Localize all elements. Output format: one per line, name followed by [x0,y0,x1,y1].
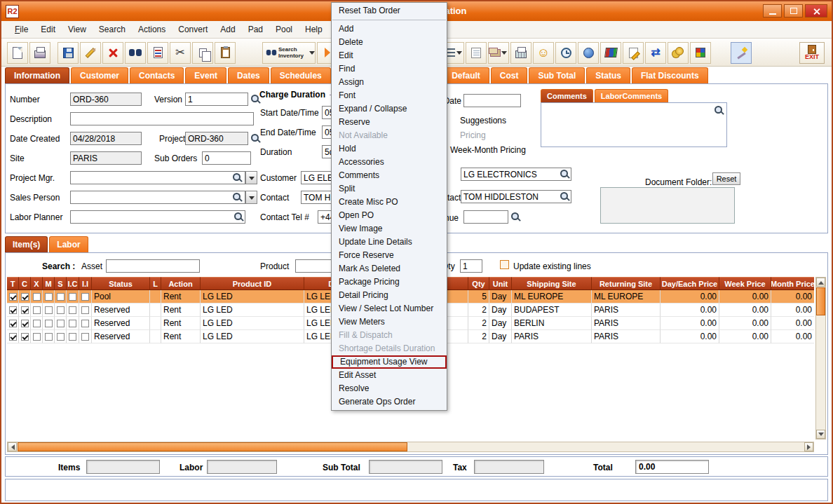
context-menu-item-generate-ops-order[interactable]: Generate Ops Order [332,395,447,409]
checkbox[interactable] [9,293,17,301]
cell-check-m[interactable] [43,317,55,330]
tab-items[interactable]: Item(s) [5,236,48,252]
cell-check-i-i[interactable] [79,317,92,330]
context-menu-item-reset-tab-order[interactable]: Reset Tab Order [332,4,447,18]
delete-button[interactable] [102,42,123,64]
financials-button[interactable] [668,42,689,64]
checkbox[interactable] [33,320,41,327]
context-menu-item-update-line-details[interactable]: Update Line Details [332,236,447,249]
reports-button[interactable] [600,42,621,64]
checkbox[interactable] [69,320,76,327]
paste-button[interactable] [215,42,236,64]
checkbox[interactable] [21,293,29,301]
column-header-status[interactable]: Status [92,277,150,290]
tab-flat-discounts[interactable]: Flat Discounts [632,67,708,83]
context-menu-item-find[interactable]: Find [332,62,447,76]
context-menu-item-detail-pricing[interactable]: Detail Pricing [332,289,447,302]
checkbox[interactable] [45,293,53,301]
cards-button[interactable] [488,42,509,64]
scroll-down-icon[interactable] [816,430,825,439]
week-month-pricing-option[interactable]: Week-Month Pricing [450,145,526,155]
cut-button[interactable] [170,42,191,64]
tab-default[interactable]: Default [442,67,489,83]
tab-contacts[interactable]: Contacts [130,67,184,83]
notes-button[interactable] [466,42,487,64]
comments-textarea[interactable] [541,102,727,147]
modules-button[interactable] [690,42,711,64]
tab-status[interactable]: Status [586,67,630,83]
new-button[interactable] [7,42,28,64]
date-created-field[interactable]: 04/28/2018 [70,132,142,145]
cell-check-i-c[interactable] [67,317,79,330]
due-date-field[interactable] [463,94,521,107]
checkbox[interactable] [57,320,65,327]
project-mgr-field[interactable] [70,171,245,184]
checkbox[interactable] [9,333,17,341]
column-header-t[interactable]: T [7,277,19,290]
minimize-button[interactable] [763,4,782,18]
checkbox[interactable] [21,306,29,314]
context-menu-item-edit-asset[interactable]: Edit Asset [332,369,447,382]
suggestions-option[interactable]: Suggestions [460,116,506,125]
tab-comments[interactable]: Comments [541,89,593,102]
checkbox[interactable] [21,333,29,341]
context-menu-item-mark-as-deleted[interactable]: Mark As Deleted [332,262,447,275]
context-menu-item-split[interactable]: Split [332,182,447,196]
column-header-c[interactable]: C [19,277,31,290]
cell-check-s[interactable] [55,304,67,317]
venue-search-icon[interactable] [510,211,521,223]
qty-input[interactable]: 1 [460,259,482,273]
column-header-shipping-site[interactable]: Shipping Site [512,277,592,290]
comments-search-icon[interactable] [713,104,724,116]
menu-pad[interactable]: Pad [242,22,269,36]
context-menu-item-assign[interactable]: Assign [332,76,447,89]
transfer-button[interactable] [645,42,666,64]
history-button[interactable] [555,42,576,64]
asset-search-input[interactable] [106,259,200,273]
tab-customer[interactable]: Customer [71,67,128,83]
context-menu-item-expand-collapse[interactable]: Expand / Collapse [332,102,447,116]
column-header-qty[interactable]: Qty [468,277,489,290]
context-menu-item-resolve[interactable]: Resolve [332,382,447,395]
scroll-up-icon[interactable] [816,278,825,287]
checkbox[interactable] [69,333,76,341]
column-header-i-i[interactable]: I.I [79,277,92,290]
cell-check-c[interactable] [19,304,31,317]
cell-check-c[interactable] [19,330,31,343]
labor-planner-field[interactable] [70,210,245,224]
cell-check-x[interactable] [31,290,43,304]
vertical-scrollbar[interactable] [815,277,826,440]
context-menu-item-font[interactable]: Font [332,89,447,102]
project-mgr-search-icon[interactable] [231,172,243,184]
labor-planner-search-icon[interactable] [233,211,244,223]
cell-check-t[interactable] [7,290,19,304]
tab-cost[interactable]: Cost [491,67,528,83]
tab-sub-total[interactable]: Sub Total [529,67,585,83]
column-header-day-each-price[interactable]: Day/Each Price [661,277,719,290]
checkbox[interactable] [9,320,17,327]
cell-check-s[interactable] [55,330,67,343]
column-header-week-price[interactable]: Week Price [719,277,771,290]
context-menu-item-equipment-usage-view[interactable]: Equipment Usage View [332,355,447,369]
number-field[interactable]: ORD-360 [70,93,142,106]
tab-event[interactable]: Event [185,67,226,83]
tab-dates[interactable]: Dates [228,67,269,83]
cell-check-s[interactable] [55,317,67,330]
cell-check-x[interactable] [31,304,43,317]
print-labels-button[interactable] [510,42,531,64]
cell-check-i-i[interactable] [79,304,92,317]
menu-view[interactable]: View [62,22,93,36]
cell-check-i-c[interactable] [67,290,79,304]
tab-labor-comments[interactable]: LaborComments [595,89,668,102]
cell-check-m[interactable] [43,290,55,304]
column-header-m[interactable]: M [43,277,55,290]
checkbox[interactable] [57,333,65,341]
update-existing-lines-checkbox[interactable] [500,260,509,269]
cell-check-t[interactable] [7,330,19,343]
checkbox[interactable] [57,306,65,314]
document-folder-listbox[interactable] [600,187,735,224]
wand-button[interactable] [731,42,752,64]
cell-check-t[interactable] [7,304,19,317]
customer-name-search-icon[interactable] [559,168,570,180]
description-field[interactable] [70,112,254,125]
